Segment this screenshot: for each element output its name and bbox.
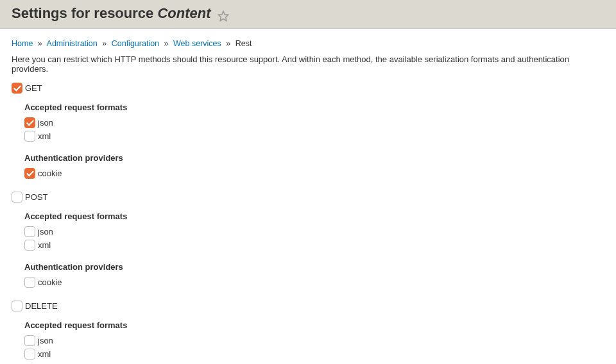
option-row: cookie <box>24 168 604 179</box>
format-label-xml: xml <box>38 240 51 250</box>
method-row-delete: DELETE <box>12 301 604 311</box>
method-label-post: POST <box>25 192 47 202</box>
format-checkbox-xml[interactable] <box>24 131 35 142</box>
breadcrumb-link-web-services[interactable]: Web services <box>173 39 221 48</box>
section-title-formats: Accepted request formats <box>24 320 604 330</box>
auth-checkbox-cookie[interactable] <box>24 168 35 179</box>
format-label-xml: xml <box>38 131 51 141</box>
format-checkbox-json[interactable] <box>24 117 35 128</box>
option-row: cookie <box>24 277 604 288</box>
format-label-json: json <box>38 336 53 345</box>
method-label-delete: DELETE <box>25 301 58 311</box>
method-row-get: GET <box>12 83 604 94</box>
page-title: Settings for resource Content <box>12 5 215 21</box>
auth-checkbox-cookie[interactable] <box>24 277 35 288</box>
format-label-json: json <box>38 227 53 236</box>
method-label-get: GET <box>25 83 42 93</box>
page-description: Here you can restrict which HTTP methods… <box>12 54 604 74</box>
section-title-auth: Authentication providers <box>24 262 604 272</box>
content-region: Home » Administration » Configuration » … <box>0 29 616 364</box>
method-checkbox-post[interactable] <box>12 192 22 203</box>
section-title-auth: Authentication providers <box>24 153 604 163</box>
method-row-post: POST <box>12 192 604 203</box>
section-title-formats: Accepted request formats <box>24 211 604 221</box>
star-icon[interactable] <box>218 10 229 22</box>
breadcrumb-sep: » <box>38 39 42 48</box>
format-label-json: json <box>38 118 53 128</box>
option-row: xml <box>24 131 604 142</box>
method-body-get: Accepted request formats json xml Authen… <box>12 103 604 179</box>
breadcrumb: Home » Administration » Configuration » … <box>12 39 604 48</box>
method-checkbox-get[interactable] <box>12 83 22 94</box>
auth-label-cookie: cookie <box>38 277 62 287</box>
method-body-post: Accepted request formats json xml Authen… <box>12 211 604 288</box>
format-checkbox-json[interactable] <box>24 335 35 346</box>
page-header: Settings for resource Content <box>0 0 616 29</box>
breadcrumb-link-administration[interactable]: Administration <box>47 39 98 48</box>
option-row: json <box>24 335 604 346</box>
breadcrumb-current: Rest <box>235 39 252 48</box>
breadcrumb-sep: » <box>164 39 169 48</box>
format-checkbox-json[interactable] <box>24 226 35 237</box>
option-row: json <box>24 117 604 128</box>
auth-label-cookie: cookie <box>38 169 62 178</box>
page-title-prefix: Settings for resource <box>12 5 157 21</box>
option-row: json <box>24 226 604 237</box>
method-body-delete: Accepted request formats json xml <box>12 320 604 360</box>
format-label-xml: xml <box>38 349 51 359</box>
format-checkbox-xml[interactable] <box>24 240 35 251</box>
option-row: xml <box>24 349 604 360</box>
page-title-resource: Content <box>157 5 210 21</box>
method-checkbox-delete[interactable] <box>12 301 22 311</box>
breadcrumb-sep: » <box>226 39 230 48</box>
breadcrumb-link-configuration[interactable]: Configuration <box>112 39 159 48</box>
breadcrumb-sep: » <box>102 39 107 48</box>
breadcrumb-link-home[interactable]: Home <box>12 39 33 48</box>
format-checkbox-xml[interactable] <box>24 349 35 360</box>
section-title-formats: Accepted request formats <box>24 103 604 112</box>
option-row: xml <box>24 240 604 251</box>
svg-marker-0 <box>218 11 228 21</box>
